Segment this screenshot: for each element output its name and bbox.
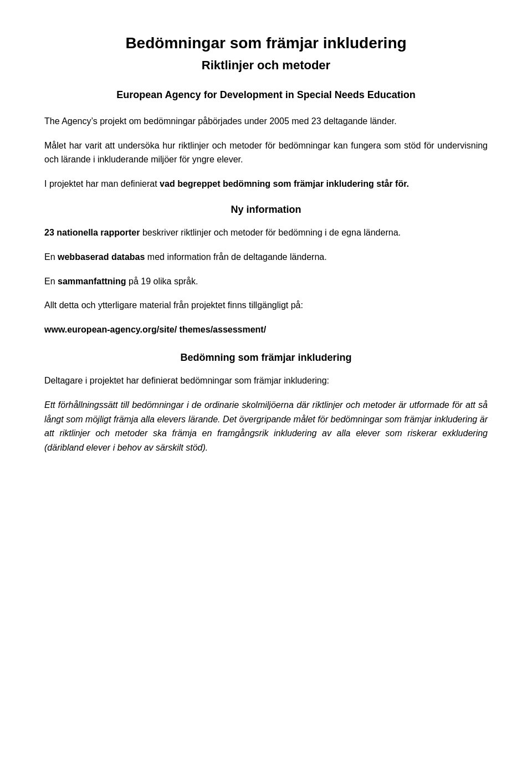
page-container: Bedömningar som främjar inkludering Rikt… xyxy=(44,33,488,454)
sub-title: Riktlinjer och metoder xyxy=(44,58,488,74)
paragraph5-prefix: En xyxy=(44,277,58,286)
bedomning-heading: Bedömning som främjar inkludering xyxy=(44,352,488,364)
paragraph6-url: www.european-agency.org/site/ themes/ass… xyxy=(44,323,488,337)
main-title: Bedömningar som främjar inkludering xyxy=(44,33,488,53)
ny-information-heading: Ny information xyxy=(44,204,488,216)
paragraph4: En webbaserad databas med information fr… xyxy=(44,250,488,264)
paragraph2-prefix: I projektet har man definierat xyxy=(44,179,160,188)
paragraph5-bold: sammanfattning xyxy=(58,277,126,286)
paragraph8: Ett förhållningssätt till bedömningar i … xyxy=(44,398,488,454)
paragraph6: Allt detta och ytterligare material från… xyxy=(44,298,488,313)
paragraph2-bold: vad begreppet bedömning som främjar inkl… xyxy=(160,179,409,188)
paragraph4-prefix: En xyxy=(44,252,58,262)
paragraph1: Målet har varit att undersöka hur riktli… xyxy=(44,139,488,167)
paragraph2: I projektet har man definierat vad begre… xyxy=(44,177,488,191)
paragraph3-bold: 23 nationella rapporter xyxy=(44,228,140,237)
paragraph5-rest: på 19 olika språk. xyxy=(126,277,198,286)
paragraph5: En sammanfattning på 19 olika språk. xyxy=(44,274,488,289)
paragraph3: 23 nationella rapporter beskriver riktli… xyxy=(44,226,488,240)
agency-name: European Agency for Development in Speci… xyxy=(44,89,488,101)
paragraph4-bold: webbaserad databas xyxy=(58,252,145,262)
paragraph6-prefix: Allt detta och ytterligare material från… xyxy=(44,300,303,310)
paragraph4-rest: med information från de deltagande lände… xyxy=(145,252,326,262)
intro-paragraph: The Agency’s projekt om bedömningar påbö… xyxy=(44,114,488,129)
paragraph8-italic: Ett förhållningssätt till bedömningar i … xyxy=(44,400,488,452)
paragraph7: Deltagare i projektet har definierat bed… xyxy=(44,374,488,388)
paragraph3-rest: beskriver riktlinjer och metoder för bed… xyxy=(140,228,401,237)
